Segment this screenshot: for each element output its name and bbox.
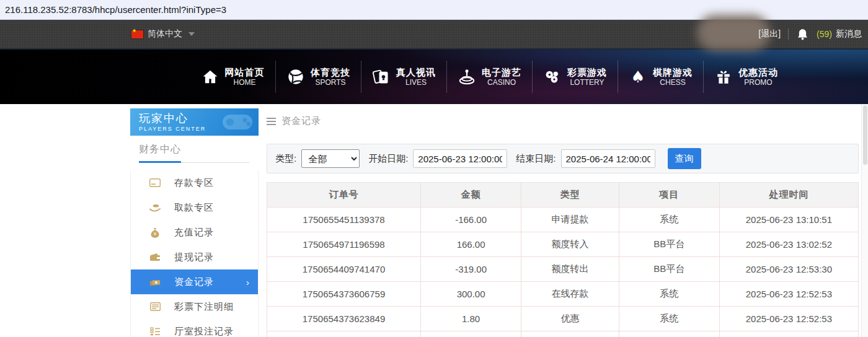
sidebar-menu: 存款专区 取款专区 ¥ 充值记录 提现记录 bbox=[130, 170, 259, 337]
new-messages-link[interactable]: 新消息 bbox=[836, 28, 862, 40]
nav-label-en: LIVES bbox=[396, 78, 436, 87]
cell-type: 申请提款 bbox=[521, 208, 619, 232]
type-select[interactable]: 全部 bbox=[301, 149, 360, 168]
cell-time: 2025-06-23 13:02:52 bbox=[719, 232, 858, 257]
table-row: 1750654373623849 1.80 优惠 系统 2025-06-23 1… bbox=[267, 307, 859, 331]
message-count: (59) bbox=[817, 29, 832, 39]
money-bag-icon: ¥ bbox=[149, 227, 161, 238]
nav-item-home[interactable]: 网站首页HOME bbox=[190, 61, 275, 93]
end-date-input[interactable] bbox=[561, 149, 655, 168]
table-row: 1750654971196598 166.00 额度转入 BB平台 2025-0… bbox=[267, 232, 859, 257]
cell-order-no: 1750654409741470 bbox=[267, 257, 421, 282]
table-row-partial bbox=[267, 331, 859, 337]
sidebar: 玩家中心 PLAYERS CENTER 财务中心 存款专区 取款专区 bbox=[130, 104, 259, 337]
sidebar-item-funds-records[interactable]: 资金记录 › bbox=[131, 269, 258, 294]
end-date-label: 结束日期: bbox=[516, 153, 556, 165]
nav-label-zh: 棋牌游戏 bbox=[653, 66, 693, 78]
nav-label-zh: 彩票游戏 bbox=[567, 66, 607, 78]
svg-text:¥: ¥ bbox=[154, 232, 156, 236]
nav-label-zh: 真人视讯 bbox=[396, 66, 436, 78]
scrollbar-thumb[interactable] bbox=[863, 105, 867, 165]
language-selector[interactable]: 简体中文 bbox=[131, 28, 195, 40]
cell-item: 系统 bbox=[619, 208, 719, 232]
table-row: 1750655451139378 -166.00 申请提款 系统 2025-06… bbox=[267, 208, 859, 232]
cell-type: 额度转入 bbox=[521, 232, 619, 257]
nav-label-en: SPORTS bbox=[311, 78, 350, 87]
nav-item-promo[interactable]: 优惠活动PROMO bbox=[703, 61, 789, 93]
start-date-input[interactable] bbox=[413, 149, 507, 168]
cell-time: 2025-06-23 13:10:51 bbox=[719, 208, 858, 232]
hand-money-icon bbox=[149, 202, 161, 213]
nav-item-lives[interactable]: 真人视讯LIVES bbox=[361, 61, 446, 93]
language-label: 简体中文 bbox=[148, 28, 182, 40]
funds-records-table: 订单号 金额 类型 项目 处理时间 1750655451139378 -166.… bbox=[267, 182, 859, 337]
main-panel: 资金记录 类型: 全部 开始日期: 结束日期: 查询 订单号 金额 类型 项目 … bbox=[267, 104, 859, 337]
cell-order-no: 1750655451139378 bbox=[267, 208, 421, 232]
breadcrumb: 资金记录 bbox=[267, 115, 859, 127]
nav-label-zh: 体育竞技 bbox=[311, 66, 350, 78]
nav-label-zh: 电子游艺 bbox=[482, 66, 521, 78]
sidebar-item-label: 提现记录 bbox=[174, 252, 214, 263]
nav-item-lottery[interactable]: 彩票游戏LOTTERY bbox=[532, 61, 618, 93]
sidebar-item-label: 存款专区 bbox=[174, 177, 214, 189]
header-item: 项目 bbox=[619, 183, 719, 208]
nav-label-zh: 网站首页 bbox=[225, 66, 265, 78]
start-date-label: 开始日期: bbox=[368, 153, 408, 165]
topbar-right: [退出] (59) 新消息 bbox=[758, 28, 868, 40]
roulette-icon bbox=[458, 68, 476, 86]
lottery-balls-icon bbox=[543, 68, 562, 86]
cell-type: 在线存款 bbox=[521, 282, 619, 307]
vertical-scrollbar[interactable] bbox=[861, 104, 868, 337]
search-button[interactable]: 查询 bbox=[668, 148, 701, 169]
chevron-right-icon: › bbox=[246, 277, 249, 287]
wallet-icon bbox=[149, 252, 161, 263]
top-bar: 简体中文 [退出] (59) 新消息 bbox=[0, 20, 868, 50]
spade-icon: ♠ bbox=[629, 68, 647, 86]
nav-item-chess[interactable]: ♠ 棋牌游戏CHESS bbox=[618, 61, 703, 93]
menu-lines-icon bbox=[267, 116, 276, 127]
nav-label-en: CHESS bbox=[653, 78, 693, 87]
cell-type: 优惠 bbox=[521, 307, 619, 331]
cell-order-no: 1750654373623849 bbox=[267, 307, 421, 331]
sidebar-item-label: 厅室投注记录 bbox=[174, 326, 234, 337]
cell-amount: 1.80 bbox=[421, 307, 521, 331]
type-label: 类型: bbox=[275, 153, 296, 165]
sidebar-item-hall-bet-records[interactable]: 厅室投注记录 bbox=[131, 319, 258, 337]
sidebar-item-label: 资金记录 bbox=[174, 276, 214, 288]
breadcrumb-label: 资金记录 bbox=[281, 115, 321, 127]
filter-bar: 类型: 全部 开始日期: 结束日期: 查询 bbox=[267, 144, 859, 173]
cell-item: BB平台 bbox=[619, 257, 719, 282]
divider bbox=[788, 28, 789, 40]
header-type: 类型 bbox=[521, 183, 619, 208]
table-header-row: 订单号 金额 类型 项目 处理时间 bbox=[267, 183, 859, 208]
bell-icon[interactable] bbox=[797, 28, 808, 40]
nav-label-en: PROMO bbox=[738, 78, 778, 87]
sidebar-section-title: 财务中心 bbox=[139, 143, 259, 156]
sidebar-item-withdraw-records[interactable]: 提现记录 bbox=[131, 245, 258, 269]
players-center-header: 玩家中心 PLAYERS CENTER bbox=[130, 108, 259, 136]
sidebar-item-lottery-bet-details[interactable]: 彩票下注明细 bbox=[131, 294, 258, 319]
nav-item-sports[interactable]: 体育竞技SPORTS bbox=[275, 61, 361, 93]
document-list-icon bbox=[149, 301, 161, 312]
table-row: 1750654409741470 -319.00 额度转出 BB平台 2025-… bbox=[267, 257, 859, 282]
logout-button[interactable]: [退出] bbox=[758, 28, 781, 40]
nav-label-en: HOME bbox=[225, 78, 265, 87]
header-order-no: 订单号 bbox=[267, 183, 421, 208]
nav-item-casino[interactable]: 电子游艺CASINO bbox=[446, 61, 532, 93]
page-url[interactable]: 216.118.235.52:8783/hhcp/usercenter.html… bbox=[5, 4, 226, 15]
sidebar-item-withdraw-zone[interactable]: 取款专区 bbox=[131, 195, 258, 220]
sidebar-item-recharge-records[interactable]: ¥ 充值记录 bbox=[131, 220, 258, 245]
sidebar-item-label: 充值记录 bbox=[174, 227, 214, 239]
chevron-down-icon bbox=[188, 32, 195, 36]
china-flag-icon bbox=[131, 30, 143, 38]
sidebar-item-label: 彩票下注明细 bbox=[174, 301, 234, 313]
bullet-list-icon bbox=[149, 326, 161, 337]
bank-card-icon bbox=[149, 177, 161, 188]
nav-label-en: CASINO bbox=[482, 78, 521, 87]
playing-cards-icon bbox=[372, 68, 391, 86]
main-nav: 网站首页HOME 体育竞技SPORTS 真人视讯LIVES 电子游艺CASINO bbox=[0, 50, 868, 104]
cell-amount: 166.00 bbox=[421, 232, 521, 257]
sidebar-item-deposit-zone[interactable]: 存款专区 bbox=[131, 170, 258, 195]
header-time: 处理时间 bbox=[719, 183, 858, 208]
nav-label-en: LOTTERY bbox=[567, 78, 607, 87]
